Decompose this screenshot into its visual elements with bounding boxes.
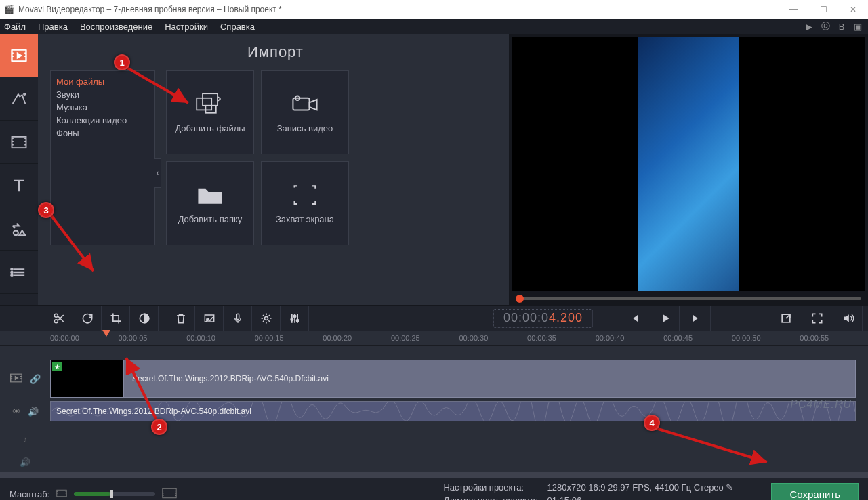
timecode-grey: 00:00:0 xyxy=(503,311,549,325)
tab-filters[interactable] xyxy=(0,77,38,121)
fullscreen-button[interactable] xyxy=(803,306,831,331)
tab-transitions[interactable] xyxy=(0,121,38,164)
clip-thumbnail: ★ xyxy=(51,360,124,397)
audio-track: 👁 🔊 Secret.Of.The.Wings.2012.BDRip-AVC.5… xyxy=(0,400,856,423)
edit-project-icon[interactable]: ✎ xyxy=(726,482,733,493)
window-minimize-icon[interactable]: — xyxy=(779,0,808,19)
prev-frame-button[interactable] xyxy=(620,306,648,331)
svg-rect-7 xyxy=(197,98,211,110)
timecode-orange: 4.200 xyxy=(549,311,583,325)
tab-callouts[interactable] xyxy=(0,207,38,251)
preview-frame xyxy=(638,37,739,291)
vk-icon[interactable]: B xyxy=(835,21,848,32)
tile-screen-capture[interactable]: Захват экрана xyxy=(261,161,349,245)
record-audio-button[interactable] xyxy=(224,306,252,331)
project-settings-value: 1280x720 16:9 29.97 FPS, 44100 Гц Стерео xyxy=(547,482,724,493)
video-clip-label: Secret.Of.The.Wings.2012.BDRip-AVC.540p.… xyxy=(124,374,329,383)
next-frame-button[interactable] xyxy=(682,306,711,331)
crop-button[interactable] xyxy=(102,306,130,331)
tile-record-video[interactable]: Запись видео xyxy=(261,70,349,154)
tile-add-files[interactable]: Добавить файлы xyxy=(166,70,254,154)
video-clip[interactable]: ★ Secret.Of.The.Wings.2012.BDRip-AVC.540… xyxy=(50,360,856,398)
window-maximize-icon[interactable]: ☐ xyxy=(808,0,838,19)
rotate-button[interactable] xyxy=(73,306,102,331)
music-note-icon: ♪ xyxy=(23,434,28,444)
tile-add-folder[interactable]: Добавить папку xyxy=(166,161,254,245)
menu-settings[interactable]: Настройки xyxy=(165,22,208,32)
zoom-slider[interactable] xyxy=(74,492,155,496)
svg-point-20 xyxy=(293,315,295,317)
import-panel: Импорт Мои файлы Звуки Музыка Коллекция … xyxy=(38,34,509,305)
ruler-tick: 00:00:40 xyxy=(596,334,664,342)
menu-help[interactable]: Справка xyxy=(220,22,255,32)
zoom-label: Масштаб: xyxy=(9,489,49,499)
color-adjust-button[interactable] xyxy=(130,306,159,331)
settings-button[interactable] xyxy=(252,306,281,331)
ruler-tick: 00:00:05 xyxy=(119,334,187,342)
save-button[interactable]: Сохранить xyxy=(771,483,859,500)
source-my-files[interactable]: Мои файлы xyxy=(56,75,149,88)
audio-mixer-button[interactable] xyxy=(281,306,309,331)
svg-rect-25 xyxy=(163,488,176,498)
video-track-icon xyxy=(9,373,23,386)
tile-screen-capture-label: Захват экрана xyxy=(276,214,334,224)
source-backgrounds[interactable]: Фоны xyxy=(56,127,149,140)
volume-button[interactable] xyxy=(834,306,863,331)
window-title: Movavi Видеоредактор – 7-дневная пробная… xyxy=(18,5,282,14)
split-button[interactable] xyxy=(45,306,73,331)
ruler-tick: 00:00:15 xyxy=(255,334,323,342)
collapse-source-list-icon[interactable]: ‹ xyxy=(154,158,161,188)
zoom-out-icon[interactable] xyxy=(56,489,67,499)
ruler-tick: 00:00:35 xyxy=(527,334,596,342)
facebook-icon[interactable]: ▣ xyxy=(852,21,864,32)
timecode-display[interactable]: 00:00:04.200 xyxy=(493,309,593,328)
odnoklassniki-icon[interactable]: ⓞ xyxy=(819,21,831,32)
source-video-collection[interactable]: Коллекция видео xyxy=(56,114,149,127)
svg-point-18 xyxy=(264,316,268,320)
tile-add-folder-label: Добавить папку xyxy=(178,214,243,224)
link-track-icon[interactable]: 🔗 xyxy=(30,374,41,384)
ruler-tick: 00:00:50 xyxy=(732,334,800,342)
project-duration-value: 01:15:06 xyxy=(547,495,734,500)
timeline-ruler[interactable]: 00:00:00 00:00:05 00:00:10 00:00:15 00:0… xyxy=(0,331,868,346)
source-music[interactable]: Музыка xyxy=(56,101,149,114)
ruler-tick: 00:00:20 xyxy=(323,334,391,342)
youtube-icon[interactable]: ▶ xyxy=(803,21,815,32)
preview-pane xyxy=(509,34,868,305)
menu-file[interactable]: Файл xyxy=(4,22,26,32)
svg-rect-9 xyxy=(205,106,215,113)
menu-playback[interactable]: Воспроизведение xyxy=(80,22,152,32)
svg-point-21 xyxy=(296,319,298,321)
tab-import[interactable] xyxy=(0,34,38,77)
eye-icon[interactable]: 👁 xyxy=(12,407,21,417)
status-strip xyxy=(0,472,868,478)
preview-scrubber[interactable] xyxy=(512,295,865,302)
clip-properties-button[interactable] xyxy=(195,306,224,331)
bottom-bar: Масштаб: Настройки проекта: 1280x720 16:… xyxy=(0,478,868,500)
tab-titles[interactable] xyxy=(0,164,38,207)
import-source-list: Мои файлы Звуки Музыка Коллекция видео Ф… xyxy=(50,70,155,245)
star-icon: ★ xyxy=(52,362,62,371)
zoom-in-icon[interactable] xyxy=(162,488,177,501)
music-track: ♪ xyxy=(0,423,856,455)
tab-more[interactable] xyxy=(0,251,38,294)
menu-edit[interactable]: Правка xyxy=(38,22,68,32)
svg-point-4 xyxy=(11,268,12,270)
window-close-icon[interactable]: ✕ xyxy=(838,0,868,19)
project-settings-label: Настройки проекта: xyxy=(443,482,537,493)
delete-button[interactable] xyxy=(167,306,195,331)
undock-button[interactable] xyxy=(772,306,800,331)
svg-point-3 xyxy=(14,230,18,235)
annotation-3: 3 xyxy=(38,202,54,218)
audio-clip[interactable]: Secret.Of.The.Wings.2012.BDRip-AVC.540p.… xyxy=(50,401,856,421)
speaker-icon[interactable]: 🔊 xyxy=(20,457,30,467)
tile-record-video-label: Запись видео xyxy=(277,123,333,133)
speaker-icon[interactable]: 🔊 xyxy=(28,407,39,417)
control-bar: 00:00:04.200 xyxy=(0,305,868,331)
tile-add-files-label: Добавить файлы xyxy=(175,123,245,133)
source-sounds[interactable]: Звуки xyxy=(56,88,149,101)
screen-capture-icon xyxy=(290,183,320,207)
play-button[interactable] xyxy=(651,306,680,331)
camera-icon xyxy=(290,92,320,117)
svg-rect-2 xyxy=(12,136,26,147)
